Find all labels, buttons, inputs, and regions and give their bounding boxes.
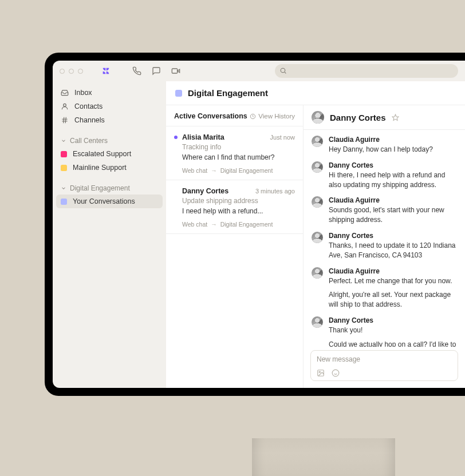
- avatar: [312, 267, 323, 279]
- nav-contacts[interactable]: Contacts: [56, 100, 163, 113]
- section-title: Digital Engagement: [70, 184, 130, 192]
- close-icon[interactable]: [60, 69, 65, 74]
- monitor-stand: [252, 438, 395, 476]
- composer-actions: [317, 369, 452, 377]
- conv-name: Danny Cortes: [182, 187, 251, 195]
- conversations-panel: Active Conversations View History Alisia…: [166, 105, 304, 388]
- search-icon: [279, 67, 287, 74]
- composer-placeholder: New message: [317, 355, 452, 363]
- maximize-icon[interactable]: [78, 69, 83, 74]
- video-icon[interactable]: [171, 66, 180, 76]
- svg-line-6: [65, 117, 66, 124]
- image-icon[interactable]: [317, 369, 325, 377]
- sidebar: Inbox Contacts Channels: [53, 81, 166, 388]
- conversation-list: Alisia Marita Just now Tracking info Whe…: [166, 126, 303, 234]
- app-body: Inbox Contacts Channels: [53, 81, 465, 388]
- avatar: [312, 232, 323, 243]
- avatar: [312, 316, 323, 328]
- conv-time: 3 minutes ago: [255, 188, 295, 195]
- window-controls[interactable]: [60, 69, 83, 74]
- svg-rect-0: [172, 69, 177, 73]
- message-text: Thank you!: [329, 326, 457, 335]
- conv-preview: I need help with a refund...: [174, 207, 295, 215]
- conv-subject: Update shipping address: [174, 197, 295, 205]
- app-logo: [101, 66, 111, 76]
- color-swatch-icon: [61, 199, 67, 205]
- sidebar-item-label: Your Conversations: [73, 197, 135, 205]
- nav-inbox[interactable]: Inbox: [56, 86, 163, 100]
- message: Danny CortesThank you!Could we actually …: [312, 316, 457, 347]
- message-text: Could we actually hop on a call? I'd lik…: [329, 340, 457, 347]
- conv-source: Web chat: [182, 167, 207, 174]
- window-chrome: [53, 61, 465, 81]
- thread-panel: Danny Cortes Claudia AguirreHey Danny, h…: [304, 105, 465, 388]
- message: Danny CortesHi there, I need help with a…: [312, 161, 457, 190]
- star-icon[interactable]: [392, 114, 399, 121]
- inbox-icon: [61, 89, 69, 97]
- top-actions: [132, 66, 180, 76]
- message: Claudia AguirreHey Danny, how can I help…: [312, 136, 457, 154]
- emoji-icon[interactable]: [332, 369, 340, 377]
- phone-icon[interactable]: [132, 66, 141, 76]
- main-panel: Digital Engagement Active Conversations …: [166, 81, 465, 388]
- message-author: Danny Cortes: [329, 316, 457, 324]
- hash-icon: [61, 116, 69, 124]
- thread-header: Danny Cortes: [304, 105, 465, 130]
- arrow-right-icon: →: [211, 221, 217, 228]
- nav-label: Contacts: [74, 102, 103, 110]
- sidebar-escalated-support[interactable]: Escalated Support: [56, 147, 163, 161]
- conv-dest: Digital Engagement: [220, 167, 273, 174]
- columns: Active Conversations View History Alisia…: [166, 105, 465, 388]
- conversation-item[interactable]: Danny Cortes 3 minutes ago Update shippi…: [166, 180, 303, 234]
- section-digital-engagement[interactable]: Digital Engagement: [56, 180, 163, 195]
- contacts-icon: [61, 102, 69, 110]
- message-author: Danny Cortes: [329, 161, 457, 169]
- svg-marker-8: [392, 114, 399, 120]
- search-input[interactable]: [275, 64, 458, 78]
- message-text: Alright, you're all set. Your next packa…: [329, 290, 457, 310]
- message-composer[interactable]: New message: [310, 350, 458, 381]
- conv-subject: Tracking info: [174, 143, 295, 151]
- nav-label: Inbox: [74, 89, 92, 97]
- chevron-down-icon: [61, 138, 66, 144]
- minimize-icon[interactable]: [69, 69, 74, 74]
- chat-icon[interactable]: [152, 66, 161, 76]
- message: Claudia AguirreSounds good, let's start …: [312, 196, 457, 225]
- message-text: Hi there, I need help with a refund and …: [329, 170, 457, 190]
- sidebar-item-label: Escalated Support: [73, 150, 131, 158]
- unread-dot-icon: [174, 136, 178, 139]
- monitor-frame: Inbox Contacts Channels: [45, 53, 465, 396]
- clock-icon: [250, 113, 256, 120]
- main-header: Digital Engagement: [166, 81, 465, 105]
- sidebar-mainline-support[interactable]: Mainline Support: [56, 161, 163, 174]
- conv-dest: Digital Engagement: [220, 221, 273, 228]
- svg-point-1: [281, 68, 285, 73]
- conversations-header: Active Conversations View History: [166, 105, 303, 126]
- message-text: Hey Danny, how can I help today?: [329, 145, 433, 154]
- message-text: Sounds good, let's start with your new s…: [329, 205, 457, 225]
- page-title: Digital Engagement: [188, 88, 268, 98]
- view-history-link[interactable]: View History: [250, 113, 295, 120]
- conv-preview: Where can I find that number?: [174, 153, 295, 161]
- message-text: Perfect. Let me change that for you now.: [329, 276, 457, 286]
- sidebar-your-conversations[interactable]: Your Conversations: [56, 195, 163, 208]
- section-call-centers[interactable]: Call Centers: [56, 133, 163, 147]
- screen: Inbox Contacts Channels: [53, 61, 465, 388]
- nav-channels[interactable]: Channels: [56, 113, 163, 127]
- conv-route: Web chat → Digital Engagement: [174, 167, 295, 174]
- sidebar-item-label: Mainline Support: [73, 164, 127, 172]
- avatar: [312, 136, 323, 147]
- search-bar: [275, 64, 458, 78]
- message: Danny CortesThanks, I need to update it …: [312, 232, 457, 260]
- color-swatch-icon: [61, 165, 67, 171]
- conversation-item[interactable]: Alisia Marita Just now Tracking info Whe…: [166, 126, 303, 180]
- svg-point-2: [64, 104, 66, 106]
- message-author: Claudia Aguirre: [329, 136, 433, 144]
- conv-source: Web chat: [182, 221, 207, 228]
- color-swatch-icon: [61, 151, 67, 157]
- conv-route: Web chat → Digital Engagement: [174, 221, 295, 228]
- arrow-right-icon: →: [211, 167, 217, 174]
- chevron-down-icon: [61, 185, 66, 191]
- message: Claudia AguirrePerfect. Let me change th…: [312, 267, 457, 310]
- conv-name: Alisia Marita: [182, 133, 266, 141]
